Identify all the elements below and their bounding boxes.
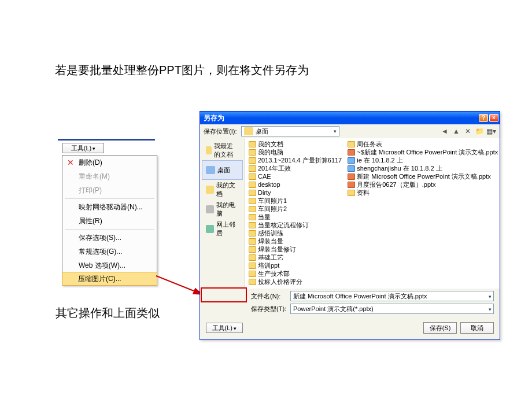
filename-input[interactable]: 新建 Microsoft Office PowerPoint 演示文稿.pptx (290, 291, 494, 301)
menu-label: 打印(P) (79, 186, 102, 195)
file-item[interactable]: Dirty (249, 189, 342, 197)
file-item[interactable]: ie 在 10.1.8.2 上 (348, 156, 498, 164)
place-documents[interactable]: 我的文档 (202, 180, 243, 200)
file-item[interactable]: 感悟训练 (249, 229, 342, 237)
file-name: 培训ppt (258, 261, 279, 270)
place-label: 我最近的文档 (214, 142, 239, 159)
file-item[interactable]: 培训ppt (249, 261, 342, 269)
file-item[interactable]: 基础工艺 (249, 253, 342, 261)
menu-label: 常规选项(G)... (79, 247, 122, 257)
file-item[interactable]: 2014年工效 (249, 164, 342, 172)
desktop-icon (244, 127, 253, 135)
file-item[interactable]: shengchanjishu 在 10.1.8.2 上 (348, 164, 498, 172)
file-name: desktop (258, 181, 280, 188)
file-item[interactable]: 当量 (249, 213, 342, 221)
fold-icon (249, 279, 256, 285)
file-name: 基础工艺 (258, 253, 283, 262)
menu-item-map-drive[interactable]: 映射网络驱动器(N)... (62, 200, 157, 214)
menu-separator (65, 229, 154, 230)
file-name: ~$新建 Microsoft Office PowerPoint 演示文稿.pp… (357, 148, 498, 157)
cancel-button[interactable]: 取消 (460, 322, 494, 334)
dialog-title: 另存为 (204, 113, 479, 123)
file-name: 当量核定流程修订 (258, 221, 309, 230)
file-item[interactable]: 周任务表 (348, 140, 498, 148)
file-item[interactable]: 生产技术部 (249, 269, 342, 278)
place-computer[interactable]: 我的电脑 (202, 200, 243, 219)
file-item[interactable]: 车间照片1 (249, 197, 342, 205)
titlebar: 另存为 ? × (200, 112, 500, 124)
fold-icon (249, 165, 256, 172)
file-item[interactable]: 月度报告0627（定版）.pptx (348, 180, 498, 189)
menu-item-general-options[interactable]: 常规选项(G)... (62, 245, 157, 258)
file-name: 生产技术部 (258, 269, 290, 278)
menu-item-web-options[interactable]: Web 选项(W)... (62, 258, 157, 272)
help-button[interactable]: ? (479, 114, 488, 122)
ppt-icon (348, 149, 355, 156)
tools-button[interactable]: 工具(L) (62, 143, 104, 153)
fold-icon (249, 254, 256, 261)
place-label: 桌面 (217, 166, 230, 175)
close-button[interactable]: × (489, 114, 498, 122)
place-network[interactable]: 网上邻居 (202, 219, 243, 239)
place-label: 我的文档 (216, 181, 239, 198)
views-icon[interactable]: ▦▾ (486, 126, 496, 136)
annotation-highlight (201, 287, 247, 302)
menu-item-save-options[interactable]: 保存选项(S)... (62, 231, 157, 245)
file-item[interactable]: 当量核定流程修订 (249, 221, 342, 229)
file-item[interactable]: 资料 (348, 189, 498, 197)
menu-item-delete[interactable]: ✕ 删除(D) (62, 156, 157, 169)
file-item[interactable]: 投标人价格评分 (249, 278, 342, 286)
fold-icon (348, 141, 355, 147)
back-icon[interactable]: ◄ (439, 126, 450, 136)
file-item[interactable]: ~$新建 Microsoft Office PowerPoint 演示文稿.pp… (348, 148, 498, 156)
ppt-icon (348, 173, 355, 180)
file-item[interactable]: 焊装当量 (249, 237, 342, 245)
location-value: 桌面 (256, 127, 268, 136)
file-item[interactable]: 焊装当量修订 (249, 245, 342, 253)
filetype-label: 保存类型(T): (251, 305, 287, 313)
file-name: 车间照片2 (258, 205, 287, 213)
menu-item-compress-pictures[interactable]: 压缩图片(C)... (62, 272, 157, 286)
file-item[interactable]: 我的文档 (249, 140, 342, 148)
file-name: CAE (258, 173, 271, 180)
new-folder-icon[interactable]: 📁 (474, 126, 485, 136)
location-combo[interactable]: 桌面 (241, 126, 339, 136)
menu-item-properties[interactable]: 属性(R) (62, 214, 157, 228)
file-name: 月度报告0627（定版）.pptx (357, 180, 435, 189)
save-button[interactable]: 保存(S) (423, 322, 457, 334)
file-item[interactable]: 新建 Microsoft Office PowerPoint 演示文稿.pptx (348, 172, 498, 180)
delete-icon[interactable]: ✕ (463, 126, 473, 136)
fold-icon (249, 190, 256, 196)
file-item[interactable]: 我的电脑 (249, 148, 342, 156)
menu-label: 映射网络驱动器(N)... (79, 202, 143, 212)
file-name: 我的文档 (258, 140, 283, 149)
file-name: 焊装当量修订 (258, 245, 296, 254)
file-item[interactable]: CAE (249, 172, 342, 180)
file-name: 焊装当量 (258, 237, 283, 246)
fold-icon (249, 238, 256, 245)
filetype-combo[interactable]: PowerPoint 演示文稿(*.pptx) (290, 304, 494, 314)
fold-icon (249, 198, 256, 204)
desktop-icon (206, 166, 215, 174)
place-desktop[interactable]: 桌面 (202, 160, 243, 180)
fold-icon (249, 141, 256, 147)
tools-button[interactable]: 工具(L) (206, 323, 243, 333)
location-label: 保存位置(I): (204, 127, 237, 136)
place-label: 我的电脑 (216, 201, 239, 218)
file-list[interactable]: 我的文档我的电脑2013.1~2014.4 产量折算61172014年工效CAE… (245, 138, 500, 289)
save-as-dialog: 另存为 ? × 保存位置(I): 桌面 ◄ ▲ ✕ 📁 ▦▾ 我最近的文档 桌面… (200, 111, 500, 340)
tools-dropdown-menu: ✕ 删除(D) 重命名(M) 打印(P) 映射网络驱动器(N)... 属性(R)… (62, 155, 157, 286)
menu-item-rename: 重命名(M) (62, 169, 157, 183)
file-item[interactable]: 2013.1~2014.4 产量折算6117 (249, 156, 342, 164)
place-label: 网上邻居 (216, 220, 239, 238)
location-toolbar: 保存位置(I): 桌面 ◄ ▲ ✕ 📁 ▦▾ (200, 124, 500, 138)
delete-icon: ✕ (66, 158, 75, 167)
file-item[interactable]: 车间照片2 (249, 205, 342, 213)
network-icon (206, 225, 214, 233)
file-name: 车间照片1 (258, 197, 287, 205)
menu-separator (65, 198, 154, 199)
place-recent[interactable]: 我最近的文档 (202, 141, 243, 160)
up-icon[interactable]: ▲ (451, 126, 461, 136)
file-item[interactable]: desktop (249, 180, 342, 189)
menu-label: 保存选项(S)... (79, 233, 121, 243)
